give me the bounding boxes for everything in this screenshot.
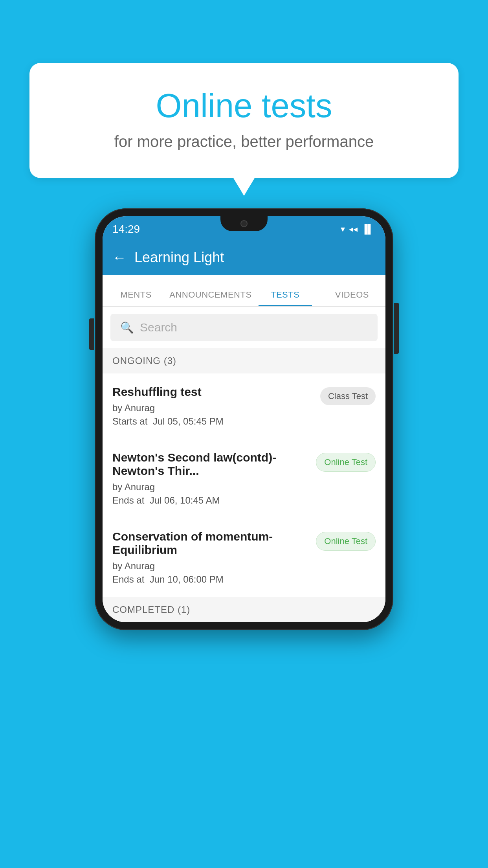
test-info-3: Conservation of momentum-Equilibrium by … (112, 530, 316, 585)
test-badge-1: Class Test (320, 387, 376, 405)
test-author-2: by Anurag (112, 482, 308, 493)
test-badge-3: Online Test (316, 532, 376, 551)
search-placeholder: Search (140, 321, 177, 334)
phone-screen: 14:29 ▾ ◂◂ ▐▌ ← Learning Light MENTS ANN… (103, 216, 385, 622)
front-camera (240, 220, 248, 227)
search-icon: 🔍 (120, 321, 134, 334)
test-author-3: by Anurag (112, 561, 308, 572)
ongoing-section-header: ONGOING (3) (103, 348, 385, 373)
tab-tests[interactable]: TESTS (252, 290, 319, 306)
test-item-1[interactable]: Reshuffling test by Anurag Starts at Jul… (103, 373, 385, 439)
test-item-3[interactable]: Conservation of momentum-Equilibrium by … (103, 518, 385, 597)
completed-section-header: COMPLETED (1) (103, 597, 385, 622)
status-icons: ▾ ◂◂ ▐▌ (341, 224, 374, 234)
tab-announcements[interactable]: ANNOUNCEMENTS (169, 290, 251, 306)
phone-outer: 14:29 ▾ ◂◂ ▐▌ ← Learning Light MENTS ANN… (95, 208, 393, 630)
test-info-1: Reshuffling test by Anurag Starts at Jul… (112, 385, 320, 427)
test-info-2: Newton's Second law(contd)-Newton's Thir… (112, 451, 316, 506)
test-name-3: Conservation of momentum-Equilibrium (112, 530, 308, 557)
test-time-3: Ends at Jun 10, 06:00 PM (112, 574, 308, 585)
test-time-2: Ends at Jul 06, 10:45 AM (112, 495, 308, 506)
wifi-icon: ▾ (341, 224, 345, 234)
test-author-1: by Anurag (112, 403, 312, 414)
test-name-1: Reshuffling test (112, 385, 312, 399)
bubble-title: Online tests (49, 86, 439, 125)
phone-wrapper: 14:29 ▾ ◂◂ ▐▌ ← Learning Light MENTS ANN… (95, 208, 393, 630)
search-container: 🔍 Search (103, 307, 385, 348)
app-header: ← Learning Light (103, 240, 385, 275)
back-button[interactable]: ← (112, 249, 127, 266)
app-title: Learning Light (134, 249, 224, 266)
bubble-subtitle: for more practice, better performance (49, 133, 439, 151)
test-item-2[interactable]: Newton's Second law(contd)-Newton's Thir… (103, 439, 385, 518)
battery-icon: ▐▌ (361, 224, 374, 234)
speech-bubble: Online tests for more practice, better p… (29, 63, 459, 178)
phone-notch (220, 216, 268, 231)
status-time: 14:29 (112, 223, 140, 235)
test-badge-2: Online Test (316, 453, 376, 472)
search-input[interactable]: 🔍 Search (110, 314, 378, 341)
tabs-bar: MENTS ANNOUNCEMENTS TESTS VIDEOS (103, 275, 385, 307)
test-name-2: Newton's Second law(contd)-Newton's Thir… (112, 451, 308, 478)
signal-icon: ◂◂ (349, 224, 358, 234)
test-time-1: Starts at Jul 05, 05:45 PM (112, 416, 312, 427)
tab-videos[interactable]: VIDEOS (319, 290, 385, 306)
tab-ments[interactable]: MENTS (103, 290, 169, 306)
